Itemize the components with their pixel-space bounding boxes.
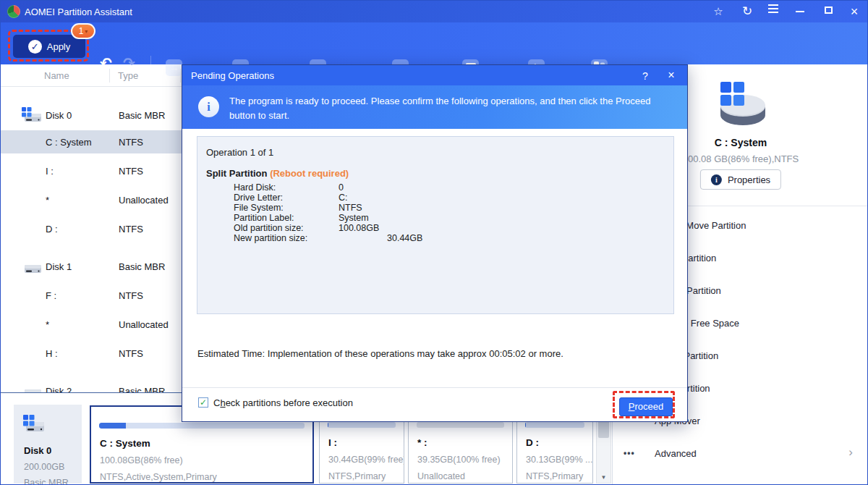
detail-value: C: — [339, 193, 348, 203]
row-type: Basic MBR — [119, 386, 165, 392]
disk-row-disk1[interactable]: Disk 1Basic MBR — [1, 255, 182, 278]
partition-row-d[interactable]: D :NTFS — [1, 217, 182, 240]
operation-detail-row: Old partition size:100.08GB — [197, 223, 673, 233]
usage-bar — [525, 422, 584, 428]
undo-icon[interactable]: ↶ — [100, 54, 112, 72]
partition-size: 100.08GB(86% free) — [100, 455, 183, 465]
redo-icon[interactable]: ↷ — [123, 54, 135, 72]
row-name: Disk 2 — [46, 386, 72, 392]
partition-row-f[interactable]: F :NTFS — [1, 284, 182, 307]
proceed-button[interactable]: Proceed — [619, 397, 673, 416]
usage-bar — [417, 422, 504, 428]
row-name: Disk 1 — [46, 261, 72, 272]
menu-item-icon: ••• — [624, 448, 635, 458]
partition-row-[interactable]: *Unallocated — [1, 188, 182, 211]
dialog-title-bar: Pending Operations ? × — [182, 65, 687, 85]
row-type: Unallocated — [119, 319, 169, 330]
disk-size: 200.00GB — [24, 462, 64, 472]
row-type: NTFS — [119, 348, 143, 359]
operation-name: Split Partition — [206, 168, 268, 179]
partition-row-csystem[interactable]: C : SystemNTFS — [1, 130, 182, 153]
row-type: Basic MBR — [119, 110, 165, 121]
detail-label: Old partition size: — [234, 223, 304, 233]
partition-fs: NTFS,Active,System,Primary — [100, 472, 217, 482]
row-name: D : — [46, 224, 58, 235]
pending-operations-dialog: Pending Operations ? × i The program is … — [182, 64, 688, 422]
proceed-annotation-highlight: Proceed — [613, 391, 675, 418]
detail-value: 0 — [339, 182, 344, 193]
menu-item-advanced[interactable]: •••Advanced› — [613, 443, 868, 463]
usage-bar — [328, 422, 396, 428]
dialog-message: The program is ready to proceed. Please … — [229, 94, 671, 123]
title-bar: AOMEI Partition Assistant ☆ ↻ × — [1, 1, 867, 22]
clone-icon: → — [166, 59, 182, 76]
row-name: * — [46, 195, 49, 206]
toolbar: ✓ Apply 1 ▾ ↶ ↷ →Clone⇄Convert↗Free up↖R… — [1, 22, 867, 64]
disk-name: Disk 0 — [24, 445, 51, 456]
reboot-required-note: (Reboot required) — [270, 168, 349, 179]
pending-operations-badge[interactable]: 1 ▾ — [71, 23, 95, 39]
partition-size: 30.13GB(99% ... — [526, 455, 592, 465]
properties-button[interactable]: i Properties — [700, 169, 781, 190]
disk-icon — [22, 383, 42, 392]
dialog-title: Pending Operations — [191, 70, 274, 81]
dialog-info-banner: i The program is ready to proceed. Pleas… — [182, 85, 687, 129]
apply-annotation-highlight: ✓ Apply 1 ▾ — [8, 30, 89, 62]
row-name: I : — [46, 166, 54, 177]
maximize-icon[interactable] — [819, 1, 838, 18]
scroll-down-icon[interactable]: ▼ — [597, 473, 610, 483]
partition-fs: NTFS,Primary — [526, 471, 583, 481]
row-type: NTFS — [119, 290, 143, 301]
app-window: AOMEI Partition Assistant ☆ ↻ × ✓ Apply … — [0, 0, 868, 485]
operation-detail-row: Hard Disk:0 — [197, 182, 673, 193]
usage-bar-fill — [525, 422, 526, 428]
app-logo-icon — [7, 5, 20, 18]
detail-label: File System: — [234, 203, 284, 213]
partition-row-i[interactable]: I :NTFS — [1, 159, 182, 182]
partition-size: 30.44GB(99% free) — [328, 455, 404, 465]
row-name: H : — [46, 348, 58, 359]
row-name: * — [46, 319, 49, 330]
dialog-close-icon[interactable]: × — [664, 68, 678, 83]
disk-list-panel: Name Type Disk 0Basic MBRC : SystemNTFSI… — [1, 64, 182, 392]
minimize-icon[interactable] — [791, 1, 809, 18]
row-name: Disk 0 — [46, 110, 72, 121]
apply-label: Apply — [47, 41, 71, 52]
info-icon: i — [711, 174, 722, 185]
chevron-right-icon: › — [848, 445, 853, 460]
partition-name: C : System — [100, 438, 150, 449]
partition-row-[interactable]: *Unallocated — [1, 313, 182, 336]
row-type: NTFS — [119, 137, 143, 148]
disk-type: Basic MBR — [24, 478, 69, 485]
toolbar-separator — [150, 56, 151, 76]
disk-row-disk0[interactable]: Disk 0Basic MBR — [1, 104, 182, 127]
column-header-type: Type — [118, 70, 138, 81]
menu-item-label: Advanced — [655, 448, 697, 459]
check-partitions-checkbox[interactable]: ✓ — [198, 397, 208, 408]
row-name: F : — [46, 290, 56, 301]
detail-value: 30.44GB — [387, 233, 422, 243]
row-type: NTFS — [119, 166, 143, 177]
row-type: Basic MBR — [119, 261, 165, 272]
partition-row-h[interactable]: H :NTFS — [1, 342, 182, 365]
usage-bar — [99, 423, 305, 429]
detail-label: Partition Label: — [234, 213, 294, 223]
check-partitions-label[interactable]: Check partitions before execution — [213, 397, 353, 408]
partition-name: D : — [526, 437, 539, 448]
operation-detail-row: Partition Label:System — [197, 213, 673, 223]
apply-check-icon: ✓ — [28, 40, 42, 54]
close-icon[interactable]: × — [845, 3, 864, 20]
dialog-help-icon[interactable]: ? — [638, 69, 652, 83]
operation-summary-box: Operation 1 of 1 Split Partition (Reboot… — [197, 136, 674, 314]
row-type: Unallocated — [119, 195, 169, 206]
usage-bar-fill — [99, 423, 126, 429]
operation-detail-row: Drive Letter:C: — [197, 193, 673, 203]
detail-value: System — [339, 213, 369, 223]
list-header: Name Type — [1, 64, 182, 87]
usage-bar-fill — [328, 422, 328, 428]
estimated-time-text: Estimated Time: Implementation of these … — [197, 348, 563, 359]
sync-icon[interactable]: ↻ — [738, 3, 757, 20]
disk-row-disk2[interactable]: Disk 2Basic MBR — [1, 379, 182, 392]
star-icon[interactable]: ☆ — [709, 3, 728, 20]
disk-summary-block[interactable]: Disk 0 200.00GB Basic MBR — [14, 405, 82, 484]
